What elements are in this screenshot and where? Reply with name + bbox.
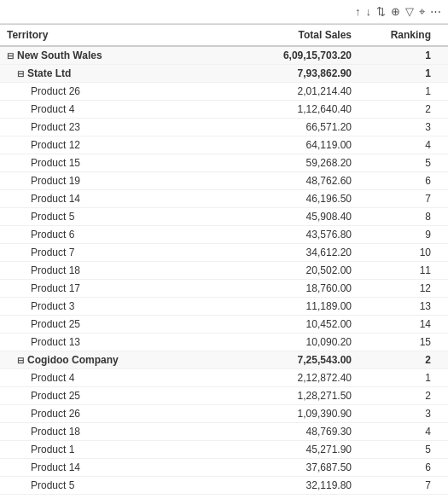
cell-territory: Product 25 xyxy=(0,387,197,405)
cell-territory: Product 14 xyxy=(0,459,197,477)
table-row[interactable]: Product 545,908.408 xyxy=(0,208,448,226)
table-row[interactable]: Product 1848,769.304 xyxy=(0,423,448,441)
cell-sales: 10,452.00 xyxy=(197,316,358,334)
cell-ranking: 13 xyxy=(358,298,448,316)
sort-asc-icon[interactable]: ↑ xyxy=(355,5,361,18)
table-row[interactable]: Product 42,12,872.401 xyxy=(0,369,448,387)
table-row[interactable]: Product 1264,119.004 xyxy=(0,136,448,154)
cell-ranking: 2 xyxy=(358,351,448,369)
territory-label: Product 12 xyxy=(31,139,80,151)
cell-ranking: 1 xyxy=(358,369,448,387)
sort-desc-icon[interactable]: ↓ xyxy=(366,5,372,18)
territory-label: Cogidoo Company xyxy=(27,354,119,366)
cell-sales: 1,28,271.50 xyxy=(197,387,358,405)
table-row[interactable]: ⊟New South Wales6,09,15,703.201 xyxy=(0,46,448,65)
sort-both-icon[interactable]: ⇅ xyxy=(376,5,386,18)
table-row[interactable]: Product 2366,571.203 xyxy=(0,119,448,136)
cell-ranking: 7 xyxy=(358,190,448,208)
cell-territory: Product 12 xyxy=(0,136,197,154)
cell-ranking: 6 xyxy=(358,459,448,477)
table-row[interactable]: Product 734,612.2010 xyxy=(0,244,448,262)
cell-sales: 7,93,862.90 xyxy=(197,65,358,83)
cell-ranking: 2 xyxy=(358,101,448,119)
add-icon[interactable]: ⊕ xyxy=(391,5,400,18)
cell-territory: Product 26 xyxy=(0,83,197,101)
table-row[interactable]: ⊟State Ltd7,93,862.901 xyxy=(0,65,448,83)
cell-ranking: 14 xyxy=(358,316,448,334)
filter-icon[interactable]: ▽ xyxy=(405,5,414,18)
cell-sales: 48,769.30 xyxy=(197,423,358,441)
table-row[interactable]: Product 41,12,640.402 xyxy=(0,101,448,119)
territory-label: Product 1 xyxy=(31,444,74,455)
expand-icon[interactable]: ⊟ xyxy=(7,51,14,61)
cell-territory: Product 1 xyxy=(0,441,197,459)
table-row[interactable]: Product 251,28,271.502 xyxy=(0,387,448,405)
cell-territory: Product 28 xyxy=(0,495,197,500)
cell-ranking: 12 xyxy=(358,280,448,298)
cell-ranking: 1 xyxy=(358,83,448,101)
table-row[interactable]: Product 145,271.905 xyxy=(0,441,448,459)
cell-sales: 59,268.20 xyxy=(197,154,358,172)
cell-territory: Product 18 xyxy=(0,262,197,280)
cell-ranking: 11 xyxy=(358,262,448,280)
data-table: Territory Total Sales Ranking ⊟New South… xyxy=(0,24,448,499)
table-row[interactable]: Product 1820,502.0011 xyxy=(0,262,448,280)
cell-territory: Product 19 xyxy=(0,172,197,190)
cell-ranking: 8 xyxy=(358,208,448,226)
cell-sales: 43,576.80 xyxy=(197,226,358,244)
col-total-sales[interactable]: Total Sales xyxy=(197,25,358,47)
territory-label: Product 6 xyxy=(31,229,74,241)
territory-label: State Ltd xyxy=(27,67,71,79)
table-header-row: Territory Total Sales Ranking xyxy=(0,25,448,47)
cell-ranking: 7 xyxy=(358,477,448,495)
table-row[interactable]: Product 1559,268.205 xyxy=(0,154,448,172)
territory-label: Product 26 xyxy=(31,85,80,97)
cell-ranking: 5 xyxy=(358,441,448,459)
more-icon[interactable]: ⋯ xyxy=(430,5,441,18)
cell-ranking: 1 xyxy=(358,65,448,83)
table-row[interactable]: ⊟Cogidoo Company7,25,543.002 xyxy=(0,351,448,369)
cell-territory: Product 6 xyxy=(0,226,197,244)
cell-ranking: 8 xyxy=(358,495,448,500)
cell-sales: 18,760.00 xyxy=(197,280,358,298)
cell-sales: 64,119.00 xyxy=(197,136,358,154)
cell-sales: 45,271.90 xyxy=(197,441,358,459)
table-row[interactable]: Product 2510,452.0014 xyxy=(0,316,448,334)
territory-label: Product 7 xyxy=(31,247,74,258)
cell-territory: Product 13 xyxy=(0,334,197,351)
cell-sales: 32,119.80 xyxy=(197,477,358,495)
cell-ranking: 5 xyxy=(358,154,448,172)
cell-territory: Product 18 xyxy=(0,423,197,441)
table-row[interactable]: Product 1437,687.506 xyxy=(0,459,448,477)
cell-ranking: 3 xyxy=(358,405,448,423)
table-row[interactable]: Product 262,01,214.401 xyxy=(0,83,448,101)
toolbar: ↑ ↓ ⇅ ⊕ ▽ ⌖ ⋯ xyxy=(0,0,448,24)
cell-sales: 2,01,214.40 xyxy=(197,83,358,101)
expand-icon[interactable]: ⊟ xyxy=(17,69,24,78)
col-ranking[interactable]: Ranking xyxy=(358,25,448,47)
territory-label: Product 3 xyxy=(31,300,74,312)
cell-sales: 7,25,543.00 xyxy=(197,351,358,369)
table-row[interactable]: Product 643,576.809 xyxy=(0,226,448,244)
table-row[interactable]: Product 532,119.807 xyxy=(0,477,448,495)
cell-ranking: 10 xyxy=(358,244,448,262)
cell-sales: 6,09,15,703.20 xyxy=(197,46,358,65)
table-row[interactable]: Product 2829,185.208 xyxy=(0,495,448,500)
col-territory[interactable]: Territory xyxy=(0,25,197,47)
cell-ranking: 6 xyxy=(358,172,448,190)
table-row[interactable]: Product 1310,090.2015 xyxy=(0,334,448,351)
table-row[interactable]: Product 1948,762.606 xyxy=(0,172,448,190)
table-row[interactable]: Product 261,09,390.903 xyxy=(0,405,448,423)
cell-ranking: 4 xyxy=(358,136,448,154)
cell-sales: 34,612.20 xyxy=(197,244,358,262)
table-row[interactable]: Product 311,189.0013 xyxy=(0,298,448,316)
table-row[interactable]: Product 1718,760.0012 xyxy=(0,280,448,298)
cell-sales: 1,12,640.40 xyxy=(197,101,358,119)
cursor-icon[interactable]: ⌖ xyxy=(419,5,425,19)
territory-label: Product 26 xyxy=(31,408,80,420)
cell-sales: 10,090.20 xyxy=(197,334,358,351)
expand-icon[interactable]: ⊟ xyxy=(17,356,24,365)
cell-territory: ⊟Cogidoo Company xyxy=(0,351,197,369)
table-row[interactable]: Product 1446,196.507 xyxy=(0,190,448,208)
cell-territory: ⊟State Ltd xyxy=(0,65,197,83)
